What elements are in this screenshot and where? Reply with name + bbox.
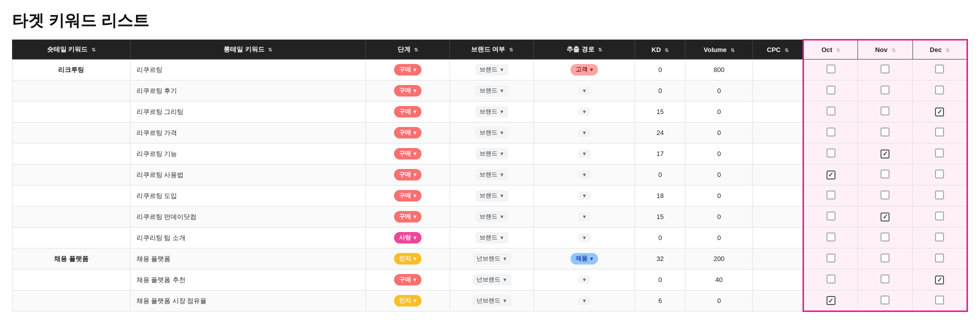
checkbox[interactable] xyxy=(826,86,836,94)
brand-dropdown[interactable]: 넌브랜드▼ xyxy=(472,274,512,286)
sort-icon-brand[interactable]: ⇅ xyxy=(509,47,513,52)
nov-checkbox[interactable] xyxy=(880,254,890,262)
checkbox[interactable] xyxy=(880,106,890,116)
checkbox[interactable] xyxy=(935,148,944,158)
brand-dropdown[interactable]: 브랜드▼ xyxy=(476,211,508,222)
checkbox[interactable] xyxy=(935,190,944,200)
dec-checkbox[interactable] xyxy=(935,296,944,304)
sort-icon-kd[interactable]: ⇅ xyxy=(664,48,668,53)
stage-tag[interactable]: 구매▼ xyxy=(394,127,422,138)
checkbox[interactable] xyxy=(880,296,890,304)
col-header-dec[interactable]: Dec ⇅ xyxy=(912,40,967,60)
checkbox[interactable] xyxy=(935,86,944,94)
sort-icon-dec[interactable]: ⇅ xyxy=(946,48,950,53)
col-header-oct[interactable]: Oct ⇅ xyxy=(803,40,858,60)
brand-dropdown[interactable]: 브랜드▼ xyxy=(476,127,508,138)
dec-checkbox[interactable] xyxy=(935,170,944,178)
dropdown-empty[interactable]: ▼ xyxy=(578,150,591,158)
sort-icon-nov[interactable]: ⇅ xyxy=(892,48,896,53)
sort-icon-volume[interactable]: ⇅ xyxy=(730,48,734,53)
checkbox[interactable] xyxy=(880,86,890,94)
checkbox[interactable] xyxy=(880,150,890,158)
oct-checkbox[interactable] xyxy=(826,128,836,136)
nov-checkbox[interactable] xyxy=(880,232,890,242)
checkbox[interactable] xyxy=(935,128,944,136)
oct-checkbox[interactable] xyxy=(826,296,836,305)
col-header-longtail[interactable]: 롱테일 키워드 ⇅ xyxy=(130,40,366,60)
col-header-stage[interactable]: 단계 ⇅ xyxy=(366,40,450,60)
nov-checkbox[interactable] xyxy=(880,212,890,222)
dropdown-empty[interactable]: ▼ xyxy=(578,212,591,221)
stage-tag[interactable]: 구매▼ xyxy=(394,169,422,180)
brand-dropdown[interactable]: 브랜드▼ xyxy=(476,148,508,160)
checkbox[interactable] xyxy=(935,170,944,178)
brand-dropdown[interactable]: 넌브랜드▼ xyxy=(472,253,512,264)
oct-checkbox[interactable] xyxy=(826,64,836,74)
oct-checkbox[interactable] xyxy=(826,190,836,200)
checkbox[interactable] xyxy=(880,232,890,242)
dec-checkbox[interactable] xyxy=(935,190,944,200)
extract-tag[interactable]: 고객▼ xyxy=(570,64,598,76)
col-header-kd[interactable]: KD ⇅ xyxy=(635,40,686,60)
checkbox[interactable] xyxy=(935,64,944,74)
stage-tag[interactable]: 구매▼ xyxy=(394,274,422,286)
oct-checkbox[interactable] xyxy=(826,148,836,158)
checkbox[interactable] xyxy=(826,64,836,74)
brand-dropdown[interactable]: 브랜드▼ xyxy=(476,64,508,76)
oct-checkbox[interactable] xyxy=(826,86,836,94)
brand-dropdown[interactable]: 브랜드▼ xyxy=(476,85,508,96)
brand-dropdown[interactable]: 브랜드▼ xyxy=(476,169,508,180)
checkbox[interactable] xyxy=(880,190,890,200)
oct-checkbox[interactable] xyxy=(826,254,836,262)
nov-checkbox[interactable] xyxy=(880,190,890,200)
sort-icon-oct[interactable]: ⇅ xyxy=(836,48,840,53)
dropdown-empty[interactable]: ▼ xyxy=(578,192,591,200)
nov-checkbox[interactable] xyxy=(880,150,890,158)
stage-tag[interactable]: 인지▼ xyxy=(394,253,422,264)
checkbox[interactable] xyxy=(935,254,944,262)
nov-checkbox[interactable] xyxy=(880,106,890,116)
nov-checkbox[interactable] xyxy=(880,170,890,178)
dropdown-empty[interactable]: ▼ xyxy=(578,108,591,116)
col-header-cpc[interactable]: CPC ⇅ xyxy=(752,40,803,60)
nov-checkbox[interactable] xyxy=(880,274,890,284)
brand-dropdown[interactable]: 브랜드▼ xyxy=(476,190,508,202)
checkbox[interactable] xyxy=(826,106,836,116)
dropdown-empty[interactable]: ▼ xyxy=(578,86,591,95)
oct-checkbox[interactable] xyxy=(826,170,836,180)
nov-checkbox[interactable] xyxy=(880,128,890,136)
sort-icon-extract[interactable]: ⇅ xyxy=(598,47,602,52)
sort-icon-longtail[interactable]: ⇅ xyxy=(268,47,272,52)
dec-checkbox[interactable] xyxy=(935,254,944,262)
oct-checkbox[interactable] xyxy=(826,106,836,116)
brand-dropdown[interactable]: 브랜드▼ xyxy=(476,232,508,244)
col-header-shorttail[interactable]: 숏테일 키워드 ⇅ xyxy=(12,40,130,60)
checkbox[interactable] xyxy=(880,274,890,284)
stage-tag[interactable]: 구매▼ xyxy=(394,64,422,76)
checkbox[interactable] xyxy=(826,212,836,220)
nov-checkbox[interactable] xyxy=(880,86,890,94)
extract-tag[interactable]: 제품▼ xyxy=(570,253,598,264)
checkbox[interactable] xyxy=(826,274,836,284)
oct-checkbox[interactable] xyxy=(826,274,836,284)
dec-checkbox[interactable] xyxy=(935,128,944,136)
stage-tag[interactable]: 구매▼ xyxy=(394,211,422,222)
col-header-brand[interactable]: 브랜드 여부 ⇅ xyxy=(450,40,534,60)
oct-checkbox[interactable] xyxy=(826,212,836,220)
checkbox[interactable] xyxy=(826,190,836,200)
dec-checkbox[interactable] xyxy=(935,108,944,116)
checkbox[interactable] xyxy=(880,128,890,136)
stage-tag[interactable]: 인지▼ xyxy=(394,295,422,306)
checkbox[interactable] xyxy=(826,148,836,158)
checkbox[interactable] xyxy=(880,212,890,222)
nov-checkbox[interactable] xyxy=(880,296,890,304)
checkbox[interactable] xyxy=(826,128,836,136)
col-header-extract[interactable]: 추출 경로 ⇅ xyxy=(534,40,635,60)
dec-checkbox[interactable] xyxy=(935,232,944,242)
nov-checkbox[interactable] xyxy=(880,64,890,74)
checkbox[interactable] xyxy=(935,108,944,116)
checkbox[interactable] xyxy=(880,254,890,262)
dec-checkbox[interactable] xyxy=(935,148,944,158)
checkbox[interactable] xyxy=(935,296,944,304)
checkbox[interactable] xyxy=(826,232,836,242)
